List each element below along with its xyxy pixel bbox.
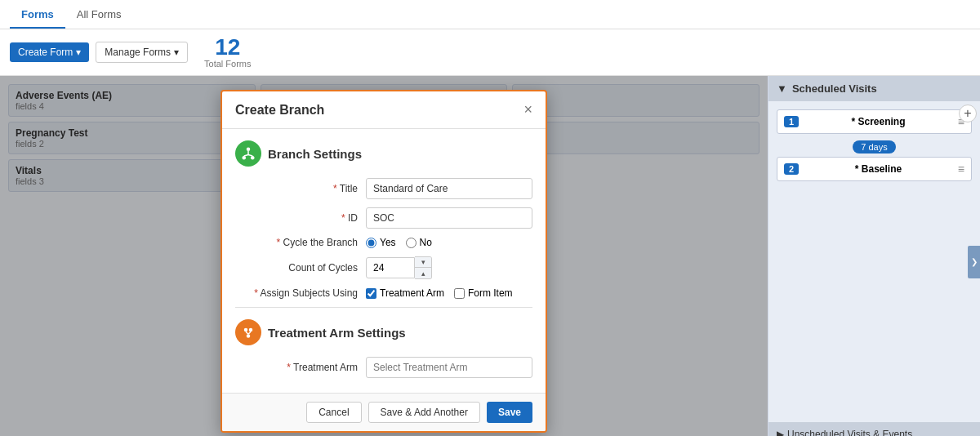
assign-subjects-row: Assign Subjects Using Treatment Arm Form…: [235, 287, 532, 299]
save-add-another-button[interactable]: Save & Add Another: [368, 402, 480, 423]
treatment-arm-section-header: Treatment Arm Settings: [235, 319, 532, 345]
cycle-no-option[interactable]: No: [406, 237, 432, 248]
total-forms-number: 12: [215, 36, 240, 59]
days-badge: 7 days: [853, 140, 895, 153]
svg-line-4: [244, 155, 248, 157]
count-steppers: ▾ ▴: [415, 256, 432, 279]
manage-forms-button[interactable]: Manage Forms ▾: [96, 42, 188, 63]
branch-settings-section-header: Branch Settings: [235, 140, 532, 167]
id-row: ID: [235, 207, 532, 229]
sidebar-content: + 1 * Screening ≡ 7 days 2 * Baseline ≡: [768, 101, 980, 422]
save-button[interactable]: Save: [487, 402, 532, 423]
treatment-arm-field-label: Treatment Arm: [235, 362, 366, 373]
screening-title: * Screening: [799, 116, 958, 127]
assign-subjects-label: Assign Subjects Using: [235, 287, 366, 299]
forms-panel: Adverse Events (AE) fields 4 Contact Typ…: [0, 76, 768, 436]
svg-line-10: [248, 331, 251, 334]
treatment-arm-section-label: Treatment Arm Settings: [268, 326, 406, 340]
count-container: ▾ ▴: [366, 256, 532, 279]
svg-point-8: [247, 334, 251, 338]
toolbar: Create Form ▾ Manage Forms ▾ 12 Total Fo…: [0, 29, 980, 76]
cycle-branch-label: Cycle the Branch: [235, 237, 366, 248]
cycle-branch-radio-group: Yes No: [366, 237, 532, 248]
add-visit-button[interactable]: +: [959, 105, 977, 122]
sidebar-header: ▼ Scheduled Visits: [768, 76, 980, 101]
modal-body: Branch Settings Title ID Cycle the B: [222, 129, 546, 393]
scheduled-visits-label: Scheduled Visits: [792, 82, 877, 95]
cycle-yes-radio[interactable]: [366, 238, 376, 248]
create-form-label: Create Form: [18, 47, 73, 58]
svg-point-6: [244, 328, 248, 332]
top-tab-bar: Forms All Forms: [0, 0, 980, 29]
count-input[interactable]: [366, 257, 415, 278]
modal-footer: Cancel Save & Add Another Save: [222, 393, 546, 431]
total-forms-label: Total Forms: [204, 59, 251, 69]
visit-card-screening: 1 * Screening ≡: [777, 109, 972, 134]
cycle-branch-row: Cycle the Branch Yes No: [235, 237, 532, 248]
form-item-checkbox[interactable]: [454, 288, 465, 299]
modal-overlay: Create Branch ×: [0, 76, 768, 436]
create-form-button[interactable]: Create Form ▾: [10, 42, 89, 62]
visit-card-baseline: 2 * Baseline ≡: [777, 157, 972, 181]
id-label: ID: [235, 212, 366, 224]
count-up-button[interactable]: ▴: [415, 268, 431, 278]
branch-settings-icon: [235, 140, 261, 167]
branch-settings-label: Branch Settings: [268, 147, 362, 161]
cancel-button[interactable]: Cancel: [306, 402, 361, 423]
screening-badge: 1: [784, 116, 799, 127]
treatment-arm-checkbox-label: Treatment Arm: [380, 287, 444, 299]
treatment-arm-input[interactable]: [366, 357, 532, 378]
treatment-arm-row: Treatment Arm: [235, 357, 532, 378]
svg-line-5: [248, 155, 252, 157]
baseline-badge: 2: [784, 163, 799, 175]
sidebar-collapse-button[interactable]: [968, 246, 980, 278]
create-form-chevron: ▾: [76, 47, 81, 58]
cycle-yes-option[interactable]: Yes: [366, 237, 396, 248]
cycle-yes-label: Yes: [380, 237, 396, 248]
sidebar-footer[interactable]: ▶ Unscheduled Visits & Events: [768, 422, 980, 436]
treatment-arm-checkbox[interactable]: [366, 288, 376, 299]
form-item-option[interactable]: Form Item: [454, 287, 513, 299]
modal-close-button[interactable]: ×: [523, 101, 532, 118]
baseline-title: * Baseline: [799, 163, 958, 175]
treatment-arm-icon: [235, 319, 261, 345]
right-sidebar: ▼ Scheduled Visits + 1 * Screening ≡ 7 d…: [768, 76, 980, 436]
svg-point-0: [247, 148, 251, 152]
manage-forms-label: Manage Forms: [105, 47, 171, 58]
unscheduled-visits-label: Unscheduled Visits & Events: [787, 429, 912, 436]
unscheduled-visits-triangle: ▶: [777, 429, 784, 436]
modal-title: Create Branch: [235, 103, 324, 118]
visit-card-screening-header: 1 * Screening ≡: [777, 110, 971, 133]
baseline-menu-icon[interactable]: ≡: [958, 162, 964, 176]
manage-forms-chevron: ▾: [174, 47, 179, 58]
modal-header: Create Branch ×: [222, 91, 546, 129]
cycle-no-radio[interactable]: [406, 238, 416, 248]
treatment-arm-section: Treatment Arm Settings Treatment Arm: [235, 319, 532, 378]
svg-point-7: [249, 328, 253, 332]
svg-point-1: [243, 156, 247, 160]
tab-all-forms[interactable]: All Forms: [65, 2, 133, 29]
scheduled-visits-triangle: ▼: [777, 82, 787, 95]
title-label: Title: [235, 183, 366, 194]
title-row: Title: [235, 178, 532, 199]
total-forms-count: 12 Total Forms: [204, 36, 251, 69]
treatment-arm-option[interactable]: Treatment Arm: [366, 287, 444, 299]
svg-point-2: [251, 156, 255, 160]
title-input[interactable]: [366, 178, 532, 199]
cycle-no-label: No: [420, 237, 432, 248]
id-input[interactable]: [366, 207, 532, 229]
section-divider: [235, 307, 532, 308]
count-cycles-row: Count of Cycles ▾ ▴: [235, 256, 532, 279]
count-down-button[interactable]: ▾: [415, 257, 431, 268]
create-branch-modal: Create Branch ×: [220, 90, 547, 433]
count-cycles-label: Count of Cycles: [235, 262, 366, 274]
visit-card-baseline-header: 2 * Baseline ≡: [777, 158, 971, 180]
assign-subjects-checkbox-group: Treatment Arm Form Item: [366, 287, 532, 299]
tab-forms[interactable]: Forms: [10, 2, 65, 29]
form-item-checkbox-label: Form Item: [468, 287, 513, 299]
main-area: Adverse Events (AE) fields 4 Contact Typ…: [0, 76, 980, 436]
